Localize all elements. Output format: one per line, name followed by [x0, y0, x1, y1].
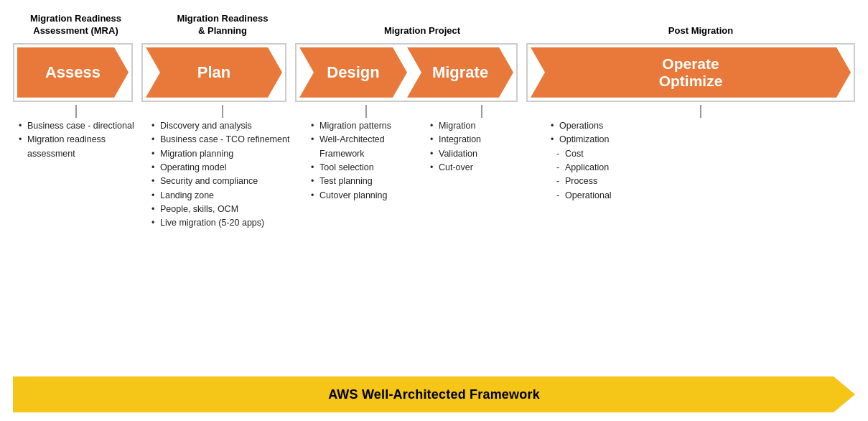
list-item: •Tool selection [311, 161, 423, 175]
list-item: •People, skills, OCM [151, 203, 295, 216]
post-arrow: Operate Optimize [531, 47, 851, 98]
list-item: •Operations [551, 119, 852, 133]
list-item: •Business case - directional [19, 119, 134, 133]
list-item: •Well-Architected Framework [311, 133, 423, 161]
migrate-bullets: •Migration •Integration •Validation •Cut… [426, 119, 538, 175]
list-item: •Business case - TCO refinement [151, 133, 295, 147]
list-item: •Cut-over [430, 161, 535, 175]
list-item: •Landing zone [151, 189, 295, 203]
list-item: •Migration patterns [311, 119, 423, 133]
list-item: •Integration [430, 133, 535, 147]
list-item: •Discovery and analysis [151, 119, 295, 133]
list-item: •Live migration (5-20 apps) [151, 216, 295, 230]
list-item: •Migration planning [151, 147, 295, 161]
header-post: Post Migration [546, 25, 855, 37]
list-item: -Operational [551, 189, 852, 203]
assess-box: Assess [13, 43, 133, 102]
bottom-banner: AWS Well-Architected Framework [13, 376, 855, 412]
list-item: •Migration readiness assessment [19, 133, 134, 161]
header-migration-project: Migration Project [307, 25, 538, 37]
list-item: •Migration [430, 119, 535, 133]
list-item: •Security and compliance [151, 175, 295, 188]
migration-project-box: Design Migrate [295, 43, 518, 102]
assess-connector [75, 105, 77, 118]
header-mra: Migration Readiness Assessment (MRA) [13, 13, 139, 37]
bottom-banner-text: AWS Well-Architected Framework [328, 387, 540, 402]
assess-bullets: •Business case - directional •Migration … [13, 119, 139, 161]
list-item: -Cost [551, 147, 852, 161]
design-connector [365, 105, 367, 118]
assess-arrow: Assess [17, 47, 129, 98]
migrate-arrow: Migrate [407, 47, 513, 98]
list-item: •Operating model [151, 161, 295, 175]
plan-arrow: Plan [146, 47, 282, 98]
plan-connector [222, 105, 223, 118]
design-arrow: Design [299, 47, 407, 98]
plan-box: Plan [141, 43, 286, 102]
list-item: •Cutover planning [311, 189, 423, 203]
post-box: Operate Optimize [526, 43, 855, 102]
list-item: •Validation [430, 147, 535, 161]
list-item: -Process [551, 175, 852, 188]
list-item: •Optimization [551, 133, 852, 147]
post-connector [700, 105, 701, 118]
design-bullets: •Migration patterns •Well-Architected Fr… [307, 119, 426, 203]
header-plan: Migration Readiness & Planning [147, 13, 298, 37]
migrate-connector [481, 105, 482, 118]
list-item: •Test planning [311, 175, 423, 188]
plan-bullets: •Discovery and analysis •Business case -… [147, 119, 298, 231]
post-bullets: •Operations •Optimization -Cost -Applica… [546, 119, 855, 203]
list-item: -Application [551, 161, 852, 175]
